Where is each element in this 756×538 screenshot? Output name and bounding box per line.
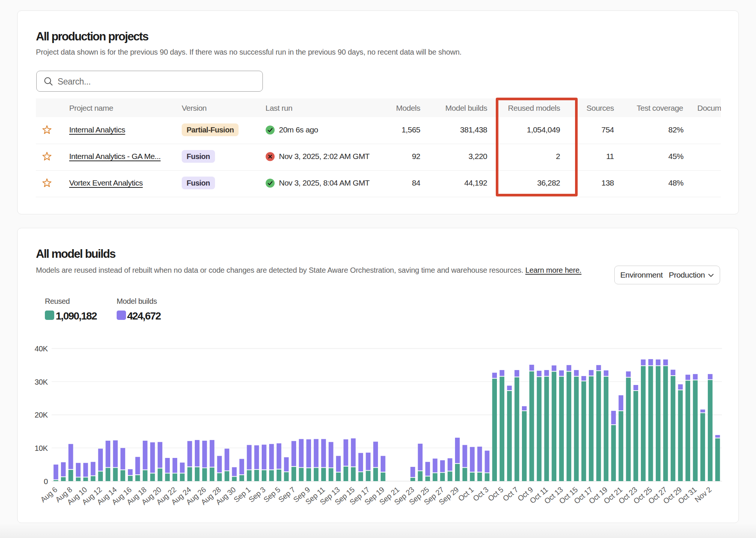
svg-text:40K: 40K xyxy=(34,344,48,353)
svg-text:Sep 7: Sep 7 xyxy=(277,485,296,504)
svg-text:30K: 30K xyxy=(34,377,48,386)
svg-text:Sep 5: Sep 5 xyxy=(262,485,282,504)
svg-text:Nov 2: Nov 2 xyxy=(693,485,713,504)
svg-text:Sep 1: Sep 1 xyxy=(232,485,252,504)
svg-text:0: 0 xyxy=(44,477,48,486)
svg-text:20K: 20K xyxy=(34,410,48,419)
svg-text:Oct 1: Oct 1 xyxy=(457,485,475,503)
svg-text:Oct 5: Oct 5 xyxy=(486,485,505,503)
svg-text:10K: 10K xyxy=(34,444,48,452)
svg-text:Oct 3: Oct 3 xyxy=(471,485,490,503)
svg-text:Aug 6: Aug 6 xyxy=(39,485,59,504)
svg-text:Sep 3: Sep 3 xyxy=(247,485,267,504)
svg-text:Oct 7: Oct 7 xyxy=(501,485,520,503)
